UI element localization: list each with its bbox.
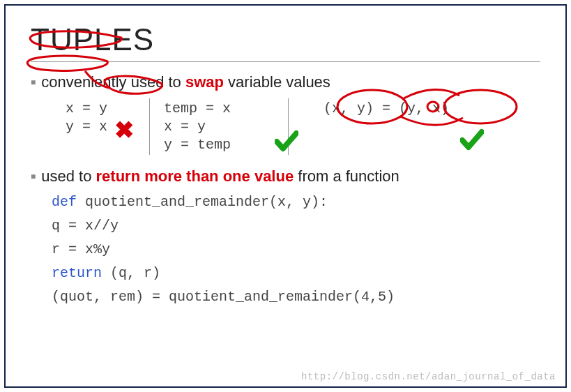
code-line: (quot, rem) = quotient_and_remainder(4,5…: [52, 287, 540, 307]
cross-icon: ✖: [114, 116, 134, 144]
bullet-2-post: from a function: [294, 167, 399, 185]
bullet-2: ■ used to return more than one value fro…: [31, 167, 540, 186]
bullet-1: ■ conveniently used to swap variable val…: [31, 73, 540, 91]
code-line: q = x//y: [52, 216, 540, 236]
bullet-1-text: conveniently used to swap variable value…: [41, 73, 330, 91]
bullet-mark-icon: ■: [31, 172, 36, 181]
keyword-return: return: [52, 265, 102, 281]
swap-columns: x = y y = x ✖ temp = x x = y y = temp (x…: [52, 98, 540, 155]
swap-col-temp: temp = x x = y y = temp: [149, 98, 289, 155]
bullet-1-em: swap: [185, 73, 224, 91]
code-line: y = temp: [164, 137, 274, 153]
bullet-mark-icon: ■: [31, 77, 36, 87]
check-icon: [275, 128, 298, 159]
swap-col-wrong: x = y y = x ✖: [52, 98, 149, 137]
code-line: temp = x: [164, 100, 274, 116]
slide: TUPLES ■ conveniently used to swap varia…: [4, 4, 567, 388]
check-icon: [460, 126, 484, 158]
code-line-return: return (q, r): [52, 264, 540, 283]
bullet-2-pre: used to: [41, 167, 96, 185]
code-line-def: def quotient_and_remainder(x, y):: [52, 193, 540, 212]
bullet-1-post: variable values: [224, 73, 330, 91]
watermark: http://blog.csdn.net/adan_journal_of_dat…: [301, 371, 556, 382]
code-line: x = y: [66, 100, 135, 116]
code-line: (x, y) = (y, x): [323, 100, 484, 116]
code-line: r = x%y: [52, 240, 540, 259]
bullet-1-pre: conveniently used to: [41, 73, 185, 91]
return-rest: (q, r): [102, 265, 160, 281]
keyword-def: def: [52, 194, 77, 210]
swap-col-tuple: (x, y) = (y, x): [289, 98, 498, 119]
function-code-block: def quotient_and_remainder(x, y): q = x/…: [52, 193, 540, 307]
bullet-2-text: used to return more than one value from …: [41, 167, 399, 186]
code-line: x = y: [164, 119, 274, 135]
def-rest: quotient_and_remainder(x, y):: [77, 194, 328, 210]
slide-title: TUPLES: [31, 22, 540, 57]
bullet-2-em: return more than one value: [96, 167, 294, 185]
title-underline: [31, 61, 540, 62]
